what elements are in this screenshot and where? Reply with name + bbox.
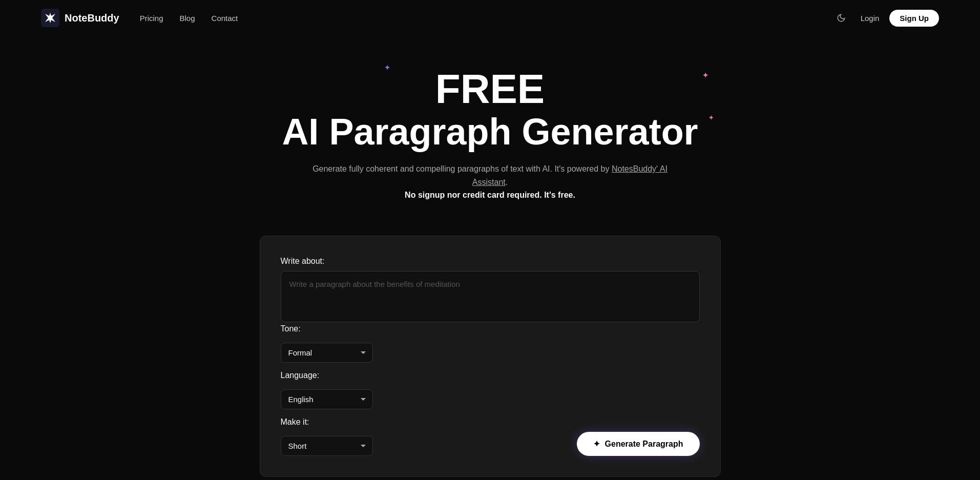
language-label: Language: [281, 371, 373, 380]
nav-right: Login Sign Up [832, 9, 939, 27]
make-it-label: Make it: [281, 418, 373, 427]
moon-icon [837, 13, 846, 23]
language-group: Language: English Spanish French German [281, 371, 373, 409]
nav-link-contact[interactable]: Contact [212, 14, 238, 23]
logo-text: NoteBuddy [65, 12, 119, 24]
tone-group: Tone: Formal Casual Professional Friendl… [281, 324, 373, 363]
hero-subtitle: Generate fully coherent and compelling p… [311, 162, 670, 189]
nav-links: Pricing Blog Contact [140, 14, 238, 23]
star-decoration-1: ✦ [702, 72, 708, 79]
signup-button[interactable]: Sign Up [889, 10, 939, 27]
sparkle-icon: ✦ [593, 439, 600, 449]
generate-button-label: Generate Paragraph [605, 440, 683, 449]
logo[interactable]: NoteBuddy [41, 9, 119, 27]
login-button[interactable]: Login [861, 14, 880, 23]
language-select[interactable]: English Spanish French German [281, 389, 373, 409]
selects-area: Tone: Formal Casual Professional Friendl… [281, 324, 373, 456]
notebuddy-link[interactable]: NotesBuddy' AI Assistant [472, 164, 668, 186]
dark-mode-button[interactable] [832, 9, 850, 27]
navbar: NoteBuddy Pricing Blog Contact Login Sig… [0, 0, 980, 36]
hero-section: FREE ✦ ✦ AI Paragraph Generator ✦ Genera… [0, 36, 980, 220]
hero-title-free: FREE ✦ ✦ [282, 67, 698, 112]
write-about-label: Write about: [281, 257, 700, 266]
tone-label: Tone: [281, 324, 373, 333]
tone-select[interactable]: Formal Casual Professional Friendly [281, 343, 373, 363]
write-about-textarea[interactable] [281, 271, 700, 322]
nav-link-pricing[interactable]: Pricing [140, 14, 163, 23]
hero-subtitle-bold: No signup nor credit card required. It's… [405, 191, 575, 200]
logo-icon [41, 9, 59, 27]
make-it-select[interactable]: Short Medium Long [281, 436, 373, 456]
form-card: Write about: Tone: Formal Casual Profess… [260, 236, 721, 477]
controls-area: Tone: Formal Casual Professional Friendl… [281, 324, 700, 456]
star-decoration-3: ✦ [708, 115, 714, 121]
star-decoration-2: ✦ [384, 64, 390, 72]
generate-button[interactable]: ✦ Generate Paragraph [577, 432, 700, 456]
hero-title-main: AI Paragraph Generator ✦ [282, 112, 698, 152]
hero-title-row: FREE ✦ ✦ AI Paragraph Generator ✦ [282, 67, 698, 162]
nav-link-blog[interactable]: Blog [180, 14, 195, 23]
make-it-group: Make it: Short Medium Long [281, 418, 373, 456]
